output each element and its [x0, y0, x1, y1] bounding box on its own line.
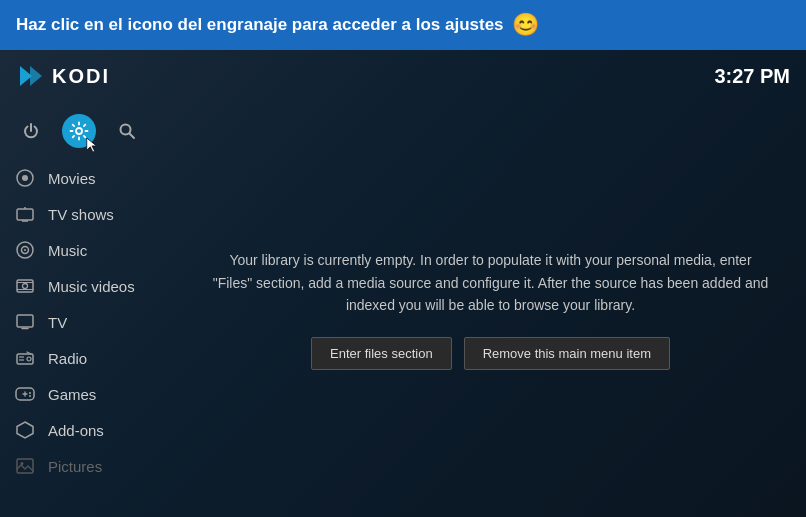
- settings-button[interactable]: [62, 114, 96, 148]
- search-button[interactable]: [110, 114, 144, 148]
- banner-text: Haz clic en el icono del engranaje para …: [16, 14, 504, 36]
- svg-rect-18: [17, 315, 33, 327]
- gear-icon: [69, 121, 89, 141]
- sidebar-item-movies[interactable]: Movies: [0, 160, 175, 196]
- tv-icon: [14, 311, 36, 333]
- movies-label: Movies: [48, 170, 96, 187]
- top-icon-row: [0, 110, 175, 160]
- tvshows-icon: [14, 203, 36, 225]
- musicvideos-icon: [14, 275, 36, 297]
- library-empty-message: Your library is currently empty. In orde…: [211, 249, 771, 316]
- svg-rect-8: [17, 209, 33, 220]
- kodi-header: KODI 3:27 PM: [0, 50, 806, 102]
- kodi-logo-icon: [16, 62, 44, 90]
- tv-label: TV: [48, 314, 67, 331]
- sidebar-item-games[interactable]: Games: [0, 376, 175, 412]
- svg-point-29: [29, 395, 31, 397]
- library-empty-state: Your library is currently empty. In orde…: [211, 249, 771, 369]
- kodi-logo: KODI: [16, 62, 110, 90]
- kodi-app: KODI 3:27 PM: [0, 50, 806, 517]
- sidebar-item-tvshows[interactable]: TV shows: [0, 196, 175, 232]
- addons-label: Add-ons: [48, 422, 104, 439]
- sidebar-item-music[interactable]: Music: [0, 232, 175, 268]
- sidebar-item-musicvideos[interactable]: Music videos: [0, 268, 175, 304]
- games-icon: [14, 383, 36, 405]
- kodi-logo-text: KODI: [52, 65, 110, 88]
- music-label: Music: [48, 242, 87, 259]
- addons-icon: [14, 419, 36, 441]
- svg-rect-14: [17, 280, 33, 292]
- clock: 3:27 PM: [714, 65, 790, 88]
- enter-files-button[interactable]: Enter files section: [311, 337, 452, 370]
- sidebar: Movies TV shows Music Music videos: [0, 102, 175, 517]
- action-buttons-group: Enter files section Remove this main men…: [211, 337, 771, 370]
- sidebar-item-tv[interactable]: TV: [0, 304, 175, 340]
- svg-point-13: [24, 249, 26, 251]
- search-icon: [118, 122, 136, 140]
- svg-marker-30: [17, 422, 33, 438]
- svg-point-2: [76, 128, 82, 134]
- kodi-main: Movies TV shows Music Music videos: [0, 102, 806, 517]
- svg-line-5: [130, 134, 135, 139]
- games-label: Games: [48, 386, 96, 403]
- musicvideos-label: Music videos: [48, 278, 135, 295]
- pictures-icon: [14, 455, 36, 477]
- radio-label: Radio: [48, 350, 87, 367]
- svg-point-28: [29, 392, 31, 394]
- radio-icon: [14, 347, 36, 369]
- remove-menu-item-button[interactable]: Remove this main menu item: [464, 337, 670, 370]
- svg-point-15: [23, 284, 28, 289]
- movies-icon: [14, 167, 36, 189]
- svg-point-7: [22, 175, 28, 181]
- sidebar-item-addons[interactable]: Add-ons: [0, 412, 175, 448]
- music-icon: [14, 239, 36, 261]
- svg-point-21: [27, 357, 31, 361]
- sidebar-item-pictures[interactable]: Pictures: [0, 448, 175, 484]
- tvshows-label: TV shows: [48, 206, 114, 223]
- pictures-label: Pictures: [48, 458, 102, 475]
- main-content: Your library is currently empty. In orde…: [175, 102, 806, 517]
- svg-marker-1: [30, 66, 42, 86]
- banner-emoji: 😊: [512, 12, 539, 38]
- sidebar-item-radio[interactable]: Radio: [0, 340, 175, 376]
- power-button[interactable]: [14, 114, 48, 148]
- instruction-banner: Haz clic en el icono del engranaje para …: [0, 0, 806, 50]
